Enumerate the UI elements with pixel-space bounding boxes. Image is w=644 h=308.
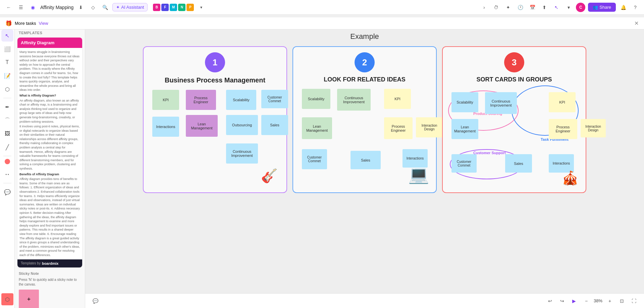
step-2-note-customer-commet[interactable]: Customer Commet: [302, 149, 327, 169]
arrow-down-button[interactable]: ▾: [564, 3, 573, 12]
more-button[interactable]: ›: [479, 3, 489, 12]
more-tasks-panel: 🎁 More tasks View ✕: [0, 17, 644, 29]
undo-button[interactable]: ↩: [545, 296, 555, 306]
step-3-note-customer-commet[interactable]: Customer Commet: [451, 154, 477, 173]
sidebar-bottom-tool[interactable]: ⬡: [1, 293, 13, 305]
share-icon: 👥: [593, 5, 598, 10]
template-card-title: Affinity Diagram: [21, 40, 54, 45]
upload-button[interactable]: ⬆: [540, 3, 549, 12]
comment-button[interactable]: 💬: [91, 296, 100, 306]
sidebar-more-button[interactable]: • •: [1, 168, 13, 180]
step-2-note-sales[interactable]: Sales: [351, 151, 381, 169]
step-2-note-pe[interactable]: Process Engineer: [384, 117, 413, 139]
clock-button[interactable]: 🕐: [516, 3, 525, 12]
step-card-3: 3 SORT CARDS IN GROUPS Product Souring T…: [442, 46, 586, 193]
calendar-button[interactable]: 📅: [528, 3, 537, 12]
sidebar-pen-tool[interactable]: ✒: [1, 101, 13, 113]
download-button[interactable]: ⬇: [76, 3, 86, 12]
sidebar-lasso-tool[interactable]: ⌒: [1, 114, 13, 126]
step-1-note-lean[interactable]: Lean Management: [186, 115, 218, 137]
step-3-note-scalability[interactable]: Scalability: [451, 92, 478, 112]
share-button[interactable]: 👥 Share: [588, 3, 616, 12]
step-1-note-pe[interactable]: Process Engineer: [186, 90, 216, 110]
collab-icon-4: N: [178, 4, 185, 11]
help-button[interactable]: ?: [631, 3, 640, 12]
sidebar-divider-3: [3, 183, 11, 183]
step-1-note-sales[interactable]: Sales: [261, 115, 288, 135]
collab-icon-3: M: [170, 4, 177, 11]
sidebar-chat-button[interactable]: 💬: [1, 186, 13, 198]
step-3-note-lean[interactable]: Lean Management: [451, 119, 478, 139]
star-button[interactable]: ✦: [503, 3, 513, 12]
notifications-button[interactable]: 🔔: [619, 3, 628, 12]
topbar-right: › ⏱ ✦ 🕐 📅 ⬆ ↖ ▾ C 👥 Share 🔔 ?: [323, 3, 640, 12]
fit-screen-button[interactable]: ⊡: [617, 296, 627, 306]
menu-button[interactable]: ☰: [16, 3, 25, 12]
sidebar-cursor-tool[interactable]: ↖: [1, 29, 13, 42]
step-3-notes-area: Product Souring Task Fulfillment Custome…: [448, 89, 580, 186]
sidebar-divider-1: [3, 98, 11, 98]
step-3-note-pe[interactable]: Process Engineer: [549, 119, 577, 139]
sidebar-sticky-tool[interactable]: 📝: [1, 70, 13, 82]
canvas[interactable]: Example 1 Business Process Management KP…: [85, 27, 644, 308]
ai-assistant-button[interactable]: ✦ AI Assistant: [112, 3, 148, 11]
step-2-title: LOOK FOR RELATED IDEAS: [324, 76, 406, 83]
step-1-note-ci[interactable]: Continuous Improvement: [226, 143, 258, 164]
sidebar-image-tool[interactable]: 🖼: [1, 128, 13, 140]
step-3-note-interactions[interactable]: Interactions: [549, 154, 574, 173]
more-tasks-close-button[interactable]: ✕: [634, 20, 639, 26]
step-2-note-id[interactable]: Interaction Design: [416, 117, 443, 137]
step-2-notes-area: Scalability Continuous Improvement KPI L…: [299, 89, 431, 186]
step-2-note-ci[interactable]: Continuous Improvement: [337, 89, 371, 111]
search-button[interactable]: 🔍: [100, 3, 110, 12]
zoom-out-button[interactable]: −: [582, 296, 591, 306]
topbar: ← ☰ ◉ Affinity Mapping ⬇ ◇ 🔍 ✦ AI Assist…: [0, 0, 644, 15]
logo-icon: ◉: [28, 3, 38, 12]
step-3-note-id[interactable]: Interaction Design: [581, 119, 606, 137]
step-2-note-kpi[interactable]: KPI: [384, 89, 411, 109]
steps-container: 1 Business Process Management KPI Proces…: [85, 46, 644, 193]
template-card-content: Many teams struggle in brainstorming ses…: [17, 48, 82, 259]
tag-button[interactable]: ◇: [88, 3, 98, 12]
step-1-note-customer-commet[interactable]: Customer Commet: [261, 90, 288, 108]
back-button[interactable]: ←: [4, 3, 13, 12]
sidebar-rectangle-tool[interactable]: ⬜: [1, 43, 13, 55]
expand-button[interactable]: ▾: [197, 3, 206, 12]
step-3-note-kpi[interactable]: KPI: [549, 92, 576, 112]
sticky-notes-section: Sticky Note Press 'N' to quickly add a s…: [17, 270, 82, 308]
step-2-circle: 2: [355, 52, 375, 72]
step-1-note-interactions[interactable]: Interactions: [152, 117, 179, 137]
fullscreen-button[interactable]: ⛶: [629, 296, 639, 306]
step-2-number: 2: [362, 57, 367, 68]
more-tasks-icon: 🎁: [5, 20, 12, 26]
redo-button[interactable]: ↪: [557, 296, 567, 306]
step-3-header: 3 SORT CARDS IN GROUPS: [448, 52, 580, 83]
sidebar-text-tool[interactable]: T: [1, 56, 13, 68]
cursor-tool-button[interactable]: ↖: [552, 3, 561, 12]
step-2-note-scalability[interactable]: Scalability: [302, 89, 330, 109]
step-1-header: 1 Business Process Management: [149, 52, 281, 84]
zoom-in-button[interactable]: +: [605, 296, 614, 306]
step-1-title: Business Process Management: [165, 76, 265, 84]
play-button[interactable]: ▶: [570, 296, 579, 306]
step-3-note-ci[interactable]: Continuous Improvement: [485, 92, 517, 114]
ai-assistant-label: AI Assistant: [121, 5, 144, 10]
step-3-note-sales[interactable]: Sales: [505, 154, 532, 173]
template-footer-brand: boardmix: [42, 261, 59, 265]
step-1-note-scalability[interactable]: Scalability: [226, 90, 256, 110]
sticky-note-preview[interactable]: +: [19, 290, 39, 308]
step-2-note-lean[interactable]: Lean Management: [302, 117, 332, 139]
sidebar-line-tool[interactable]: ╱: [1, 141, 13, 153]
zoom-level[interactable]: 38%: [594, 298, 602, 303]
timer-button[interactable]: ⏱: [491, 3, 501, 12]
step-1-notes-area: KPI Process Engineer Scalability Custome…: [149, 90, 281, 187]
user-avatar[interactable]: C: [576, 3, 585, 12]
sidebar-color-red[interactable]: [5, 159, 10, 164]
template-card[interactable]: Affinity Diagram Many teams struggle in …: [17, 38, 82, 267]
step-1-note-kpi[interactable]: KPI: [152, 90, 179, 110]
view-link[interactable]: View: [39, 21, 48, 26]
step-1-note-outsourcing[interactable]: Outsourcing: [226, 115, 258, 135]
more-tasks-label: More tasks: [15, 21, 36, 26]
sidebar-shape-tool[interactable]: ⬡: [1, 83, 13, 95]
template-card-header: Affinity Diagram: [17, 38, 82, 48]
